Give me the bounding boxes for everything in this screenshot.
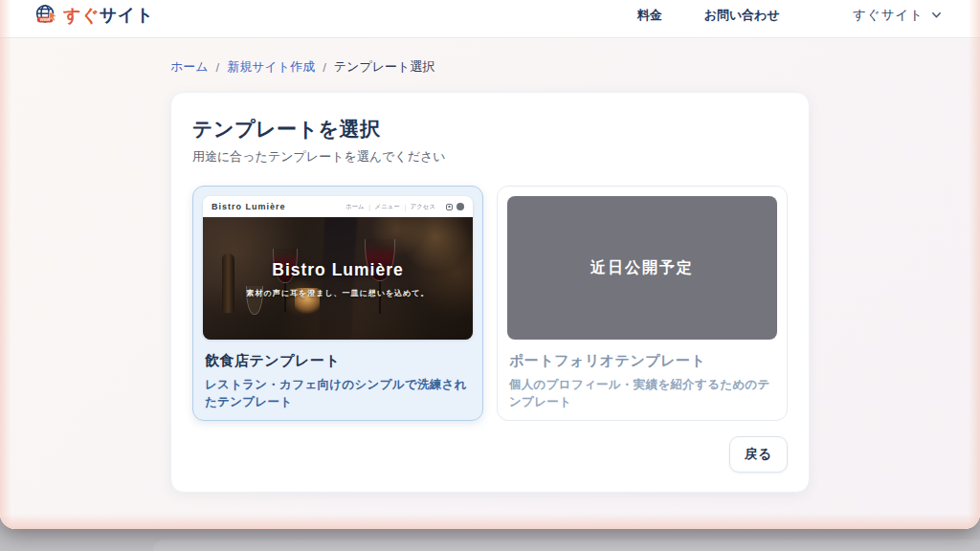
page-subtitle: 用途に合ったテンプレートを選んでください — [192, 148, 788, 165]
coming-soon-placeholder: 近日公開予定 — [507, 196, 777, 340]
breadcrumb-separator: / — [216, 60, 220, 75]
portfolio-template-description: 個人のプロフィール・実績を紹介するためのテンプレート — [509, 376, 775, 410]
breadcrumb-current: テンプレート選択 — [334, 58, 435, 76]
restaurant-template-title: 飲食店テンプレート — [205, 352, 471, 370]
preview-site-nav: ホーム| メニュー| アクセス — [345, 202, 435, 210]
breadcrumb: ホーム / 新規サイト作成 / テンプレート選択 — [170, 58, 980, 76]
template-selection-panel: テンプレートを選択 用途に合ったテンプレートを選んでください Bistro Lu… — [170, 92, 810, 493]
instagram-icon — [446, 204, 453, 210]
nav-link-pricing[interactable]: 料金 — [637, 7, 662, 24]
preview-site-header: Bistro Lumière ホーム| メニュー| アクセス — [203, 196, 473, 217]
preview-hero-title: Bistro Lumière — [272, 260, 404, 280]
brand-logo[interactable]: www すぐサイト — [34, 3, 154, 28]
background-window-edge — [153, 540, 980, 551]
preview-hero-tagline: 素材の声に耳を澄まし、一皿に想いを込めて。 — [247, 288, 430, 298]
coming-soon-label: 近日公開予定 — [590, 258, 694, 278]
portfolio-template-title: ポートフォリオテンプレート — [509, 352, 775, 370]
back-button[interactable]: 戻る — [729, 436, 788, 473]
panel-actions: 戻る — [192, 436, 788, 473]
template-card-portfolio: 近日公開予定 ポートフォリオテンプレート 個人のプロフィール・実績を紹介するため… — [497, 186, 788, 421]
app-header: www すぐサイト 料金 お問い合わせ すぐサイト — [0, 0, 980, 38]
preview-site-name: Bistro Lumière — [212, 202, 286, 211]
restaurant-template-preview: Bistro Lumière ホーム| メニュー| アクセス — [203, 196, 473, 340]
account-menu-label: すぐサイト — [853, 7, 924, 24]
nav-link-contact[interactable]: お問い合わせ — [704, 7, 780, 24]
breadcrumb-home[interactable]: ホーム — [170, 58, 209, 76]
brand-name: すぐサイト — [63, 4, 154, 27]
preview-hero-image: Bistro Lumière 素材の声に耳を澄まし、一皿に想いを込めて。 — [203, 217, 473, 340]
facebook-icon — [457, 203, 464, 210]
template-grid: Bistro Lumière ホーム| メニュー| アクセス — [192, 186, 788, 421]
page-title: テンプレートを選択 — [192, 116, 788, 143]
breadcrumb-separator: / — [323, 60, 326, 75]
chevron-down-icon — [931, 10, 942, 20]
restaurant-template-description: レストラン・カフェ向けのシンプルで洗練されたテンプレート — [205, 376, 471, 410]
page-body: ホーム / 新規サイト作成 / テンプレート選択 テンプレートを選択 用途に合っ… — [0, 39, 980, 529]
globe-cursor-logo-icon: www — [34, 3, 57, 28]
account-menu[interactable]: すぐサイト — [853, 7, 942, 24]
header-nav: 料金 お問い合わせ すぐサイト — [637, 7, 942, 24]
svg-text:www: www — [39, 17, 51, 22]
browser-window: www すぐサイト 料金 お問い合わせ すぐサイト ホーム / 新規サイト作成 … — [0, 0, 980, 529]
breadcrumb-new-site[interactable]: 新規サイト作成 — [227, 58, 315, 76]
template-card-restaurant[interactable]: Bistro Lumière ホーム| メニュー| アクセス — [192, 186, 483, 421]
